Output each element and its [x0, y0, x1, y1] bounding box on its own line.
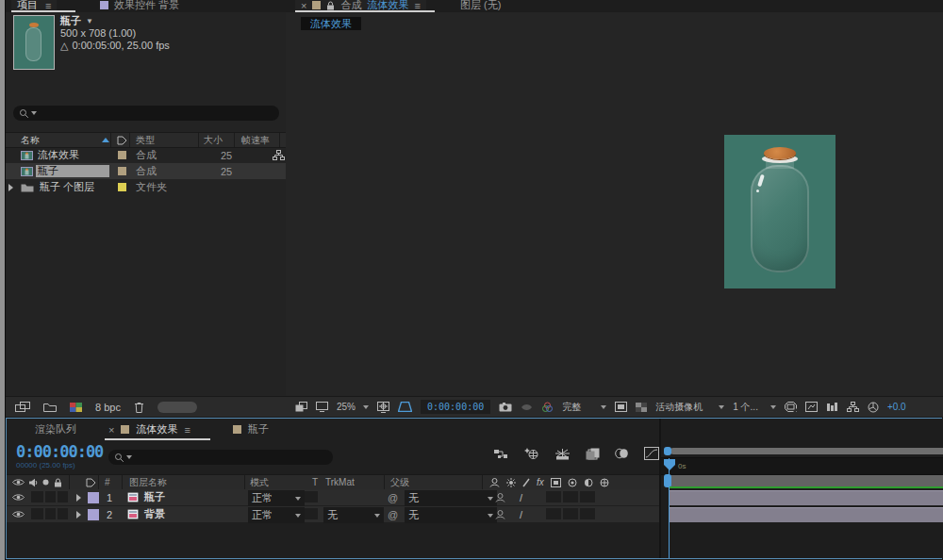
label-swatch[interactable]	[118, 163, 126, 179]
viewer-tab[interactable]: 流体效果	[301, 17, 361, 30]
resolution-dropdown[interactable]: 完整	[562, 401, 606, 414]
work-area-left-handle[interactable]	[664, 474, 671, 487]
fast-previews-icon[interactable]	[805, 402, 818, 412]
project-flowchart-pill[interactable]	[157, 402, 197, 413]
audio-toggle[interactable]	[31, 491, 43, 502]
table-row[interactable]: 瓶子 合成 25	[6, 163, 286, 179]
used-in-comp-icon[interactable]	[273, 147, 285, 163]
frame-blending-icon[interactable]	[554, 448, 571, 460]
adjustment-layer-icon[interactable]	[584, 478, 593, 487]
work-area-bar[interactable]	[669, 475, 943, 486]
lock-column-icon[interactable]	[54, 475, 62, 489]
panel-menu-icon[interactable]: ≡	[184, 424, 190, 436]
comp-timecode[interactable]: 0:00:00:00	[421, 400, 490, 414]
current-timecode[interactable]: 0:00:00:00	[16, 442, 103, 461]
expander-icon[interactable]	[76, 506, 81, 522]
interpret-footage-icon[interactable]	[15, 402, 30, 412]
view-layout-dropdown[interactable]: 1 个...	[733, 401, 776, 414]
pickwhip-icon[interactable]: @	[388, 506, 398, 522]
layer-color-swatch[interactable]	[88, 489, 99, 505]
shy-toggle[interactable]	[495, 506, 505, 522]
composition-mini-flowchart-icon[interactable]	[493, 448, 508, 460]
switch-box[interactable]	[563, 491, 578, 502]
navigator-left-handle[interactable]	[664, 447, 671, 455]
tab-timeline-fluid[interactable]: × 流体效果 ≡	[108, 422, 190, 436]
audio-toggle[interactable]	[31, 508, 43, 519]
lock-toggle[interactable]	[58, 491, 68, 502]
shy-icon[interactable]	[489, 478, 500, 487]
table-row[interactable]: 瓶子 个图层 文件夹	[6, 179, 286, 195]
video-column-eye-icon[interactable]	[12, 475, 25, 489]
sort-ascending-icon[interactable]	[102, 133, 109, 147]
search-options-icon[interactable]	[31, 111, 37, 115]
row-name-selected[interactable]: 瓶子	[36, 165, 109, 177]
panel-menu-icon[interactable]: ≡	[45, 0, 51, 11]
t-toggle[interactable]	[305, 508, 318, 519]
transparency-grid-icon[interactable]	[636, 403, 647, 412]
effects-fx-icon[interactable]: fx	[537, 477, 544, 487]
expander-icon[interactable]	[8, 179, 13, 195]
new-folder-icon[interactable]	[43, 403, 57, 412]
column-label-icon[interactable]	[117, 133, 127, 147]
solo-toggle[interactable]	[45, 508, 56, 519]
view-dropdown[interactable]: 活动摄像机	[655, 401, 724, 414]
table-row[interactable]: 流体效果 合成 25	[6, 147, 286, 163]
lock-icon[interactable]	[326, 1, 335, 10]
expander-icon[interactable]	[76, 489, 81, 505]
layer-color-swatch[interactable]	[88, 506, 99, 522]
lock-toggle[interactable]	[58, 508, 68, 519]
bit-depth-button[interactable]: 8 bpc	[95, 402, 121, 413]
number-column[interactable]: #	[105, 475, 110, 489]
column-name[interactable]: 名称	[21, 133, 40, 147]
exposure-value[interactable]: +0.0	[887, 402, 906, 412]
trkmat-dropdown[interactable]: 无	[323, 507, 384, 523]
mode-dropdown[interactable]: 正常	[248, 490, 305, 506]
search-options-icon[interactable]	[126, 455, 132, 459]
column-fps[interactable]: 帧速率	[241, 133, 270, 147]
switch-box[interactable]	[546, 508, 561, 519]
mode-column[interactable]: 模式	[250, 475, 269, 489]
layer-visibility-eye-icon[interactable]	[12, 489, 25, 505]
motion-blur-icon[interactable]	[586, 448, 600, 460]
new-composition-icon[interactable]	[70, 403, 82, 412]
switch-box[interactable]	[580, 491, 595, 502]
exposure-shutter-icon[interactable]	[868, 402, 879, 413]
parent-column[interactable]: 父级	[390, 475, 409, 489]
motion-blur-switch-icon[interactable]	[568, 478, 577, 487]
solo-toggle[interactable]	[45, 491, 56, 502]
timeline-button-icon[interactable]	[826, 402, 838, 412]
collapse-transformations-icon[interactable]	[506, 478, 516, 487]
timeline-navigator-bar[interactable]	[670, 448, 943, 454]
grid-guides-icon[interactable]	[377, 402, 389, 413]
snapshot-camera-icon[interactable]	[499, 403, 512, 412]
tab-render-queue[interactable]: 渲染队列	[35, 422, 76, 436]
label-column-icon[interactable]	[86, 475, 96, 489]
label-swatch[interactable]	[118, 179, 126, 195]
trkmat-column[interactable]: TrkMat	[325, 475, 355, 489]
timeline-search-input[interactable]	[108, 450, 333, 465]
comp-flowchart-icon[interactable]	[847, 402, 859, 412]
panel-menu-icon[interactable]: ≡	[414, 0, 420, 11]
frame-blend-switch-icon[interactable]	[551, 478, 561, 487]
playhead-line[interactable]	[669, 458, 670, 558]
close-icon[interactable]: ×	[301, 0, 306, 11]
pixel-aspect-correction-icon[interactable]	[785, 402, 797, 412]
mode-dropdown[interactable]: 正常	[248, 507, 305, 523]
column-size[interactable]: 大小	[204, 133, 223, 147]
composition-canvas[interactable]	[724, 135, 835, 288]
solo-column-icon[interactable]	[42, 475, 49, 489]
project-search-input[interactable]	[13, 106, 279, 121]
show-snapshot-icon[interactable]	[521, 403, 533, 411]
quality-toggle[interactable]: /	[520, 506, 522, 522]
t-column[interactable]: T	[312, 475, 318, 489]
monitor-icon[interactable]	[316, 402, 328, 412]
graph-editor-icon[interactable]	[644, 447, 659, 460]
quality-toggle[interactable]: /	[520, 489, 522, 505]
tab-layer[interactable]: 图层 (无)	[460, 0, 501, 12]
3d-layer-icon[interactable]	[600, 478, 609, 487]
parent-dropdown[interactable]: 无	[405, 507, 497, 523]
playhead-marker[interactable]	[663, 458, 676, 471]
channels-icon[interactable]	[541, 402, 554, 413]
draft-3d-icon[interactable]	[523, 447, 539, 460]
parent-dropdown[interactable]: 无	[405, 490, 497, 506]
